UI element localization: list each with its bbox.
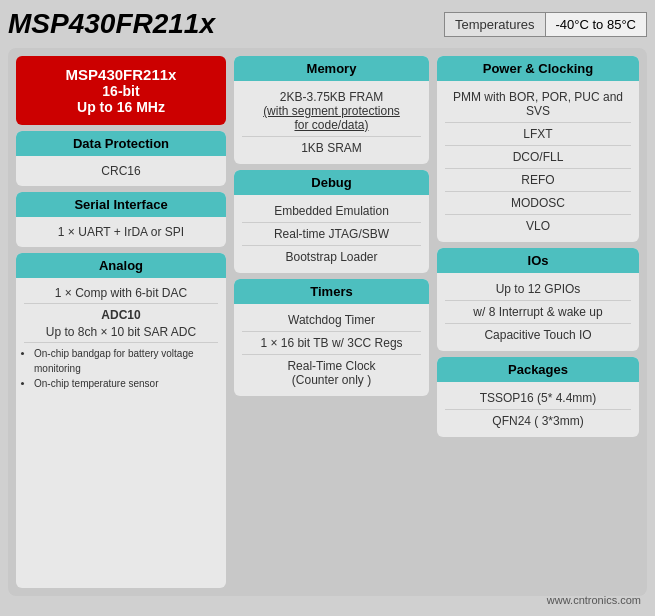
temp-box: Temperatures -40°C to 85°C [444,12,647,37]
pkg-item-1: QFN24 ( 3*3mm) [445,410,631,432]
packages-header: Packages [437,357,639,382]
ios-body: Up to 12 GPIOs w/ 8 Interrupt & wake up … [437,273,639,351]
data-protection-item-0: CRC16 [24,161,218,181]
timers-header: Timers [234,279,429,304]
debug-body: Embedded Emulation Real-time JTAG/SBW Bo… [234,195,429,273]
analog-bullet-0: On-chip bandgap for battery voltage moni… [34,346,218,376]
red-box: MSP430FR211x 16-bit Up to 16 MHz [16,56,226,125]
col-right: Power & Clocking PMM with BOR, POR, PUC … [437,56,639,588]
pc-item-1: LFXT [445,123,631,146]
data-protection-block: Data Protection CRC16 [16,131,226,186]
serial-interface-header: Serial Interface [16,192,226,217]
debug-item-2: Bootstrap Loader [242,246,421,268]
pc-item-5: VLO [445,215,631,237]
power-clocking-block: Power & Clocking PMM with BOR, POR, PUC … [437,56,639,242]
memory-body: 2KB-3.75KB FRAM(with segment protections… [234,81,429,164]
debug-item-0: Embedded Emulation [242,200,421,223]
timers-item-2: Real-Time Clock(Counter only ) [242,355,421,391]
red-box-freq: Up to 16 MHz [28,99,214,115]
timers-body: Watchdog Timer 1 × 16 bit TB w/ 3CC Regs… [234,304,429,396]
debug-block: Debug Embedded Emulation Real-time JTAG/… [234,170,429,273]
data-protection-header: Data Protection [16,131,226,156]
memory-item-0: 2KB-3.75KB FRAM(with segment protections… [242,86,421,137]
analog-comp-item: 1 × Comp with 6-bit DAC [24,283,218,304]
analog-bullet-1: On-chip temperature sensor [34,376,218,391]
temp-label: Temperatures [445,13,545,36]
data-protection-body: CRC16 [16,156,226,186]
timers-block: Timers Watchdog Timer 1 × 16 bit TB w/ 3… [234,279,429,396]
serial-interface-block: Serial Interface 1 × UART + IrDA or SPI [16,192,226,247]
pkg-item-0: TSSOP16 (5* 4.4mm) [445,387,631,410]
ios-block: IOs Up to 12 GPIOs w/ 8 Interrupt & wake… [437,248,639,351]
memory-block: Memory 2KB-3.75KB FRAM(with segment prot… [234,56,429,164]
debug-header: Debug [234,170,429,195]
header: MSP430FR211x Temperatures -40°C to 85°C [8,8,647,40]
pc-item-4: MODOSC [445,192,631,215]
packages-body: TSSOP16 (5* 4.4mm) QFN24 ( 3*3mm) [437,382,639,437]
red-box-name: MSP430FR211x [28,66,214,83]
pc-item-3: REFO [445,169,631,192]
analog-body: 1 × Comp with 6-bit DAC ADC10 Up to 8ch … [16,278,226,396]
chip-title: MSP430FR211x [8,8,215,40]
memory-item-1: 1KB SRAM [242,137,421,159]
serial-interface-body: 1 × UART + IrDA or SPI [16,217,226,247]
timers-item-1: 1 × 16 bit TB w/ 3CC Regs [242,332,421,355]
ios-header: IOs [437,248,639,273]
ios-item-0: Up to 12 GPIOs [445,278,631,301]
temp-value: -40°C to 85°C [546,13,647,36]
timers-item-0: Watchdog Timer [242,309,421,332]
analog-bullet-list: On-chip bandgap for battery voltage moni… [24,346,218,391]
analog-adc-desc: Up to 8ch × 10 bit SAR ADC [24,322,218,343]
content-area: MSP430FR211x 16-bit Up to 16 MHz Data Pr… [8,48,647,596]
ios-item-1: w/ 8 Interrupt & wake up [445,301,631,324]
main-container: MSP430FR211x Temperatures -40°C to 85°C … [0,0,655,616]
pc-item-2: DCO/FLL [445,146,631,169]
ios-item-2: Capacitive Touch IO [445,324,631,346]
watermark: www.cntronics.com [547,594,641,606]
col-left: MSP430FR211x 16-bit Up to 16 MHz Data Pr… [16,56,226,588]
power-clocking-body: PMM with BOR, POR, PUC and SVS LFXT DCO/… [437,81,639,242]
red-box-bit: 16-bit [28,83,214,99]
col-mid: Memory 2KB-3.75KB FRAM(with segment prot… [234,56,429,588]
analog-header: Analog [16,253,226,278]
analog-block: Analog 1 × Comp with 6-bit DAC ADC10 Up … [16,253,226,588]
power-clocking-header: Power & Clocking [437,56,639,81]
packages-block: Packages TSSOP16 (5* 4.4mm) QFN24 ( 3*3m… [437,357,639,437]
pc-item-0: PMM with BOR, POR, PUC and SVS [445,86,631,123]
memory-header: Memory [234,56,429,81]
analog-adc-title: ADC10 [24,304,218,322]
debug-item-1: Real-time JTAG/SBW [242,223,421,246]
serial-interface-item-0: 1 × UART + IrDA or SPI [24,222,218,242]
